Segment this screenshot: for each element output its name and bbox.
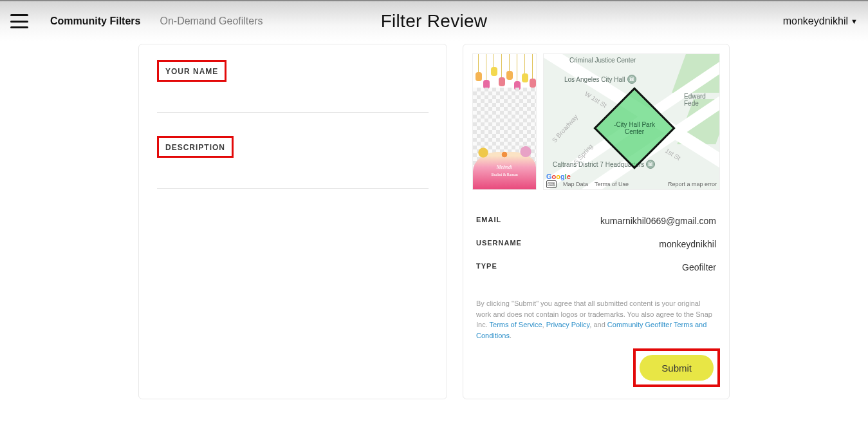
building-icon: 🏛: [646, 160, 655, 169]
description-field-block: DESCRIPTION: [157, 136, 429, 189]
type-label: TYPE: [476, 262, 497, 272]
submit-button[interactable]: Submit: [640, 355, 714, 381]
submit-row: Submit: [472, 341, 720, 390]
tab-community-filters[interactable]: Community Filters: [50, 15, 140, 27]
username-value: monkeydnikhil: [659, 239, 716, 249]
info-rows: EMAIL kumarnikhil0669@gmail.com USERNAME…: [472, 205, 720, 279]
your-name-input[interactable]: [157, 95, 429, 113]
terms-of-service-link[interactable]: Terms of Service: [490, 321, 542, 328]
preview-row: Mehndi Shalini & Raman Criminal Justice …: [472, 53, 720, 190]
chevron-down-icon: ▼: [851, 17, 858, 25]
road-broadway: S Broadway: [551, 113, 579, 144]
user-dropdown[interactable]: monkeydnikhil ▼: [783, 15, 858, 27]
map-report-link[interactable]: Report a map error: [668, 181, 717, 187]
form-card: YOUR NAME DESCRIPTION: [138, 44, 447, 399]
nav-links: Community Filters On-Demand Geofilters: [50, 15, 263, 27]
geofence-label: -City Hall Park Center: [607, 121, 661, 135]
preview-title: Mehndi: [473, 164, 536, 170]
google-logo: Google: [546, 173, 571, 180]
road-1st-e: 1st St: [664, 147, 682, 162]
your-name-label-highlight: YOUR NAME: [157, 60, 226, 82]
map-data-link[interactable]: Map Data: [563, 181, 588, 187]
user-name: monkeydnikhil: [783, 15, 848, 27]
poi-criminal-justice: Criminal Justice Center: [569, 57, 636, 64]
map-preview[interactable]: Criminal Justice Center Los Angeles City…: [543, 53, 720, 190]
page-title: Filter Review: [381, 11, 488, 32]
poi-edward: Edward Fede: [684, 93, 719, 107]
type-value: Geofilter: [682, 262, 716, 272]
poi-la-city-hall: Los Angeles City Hall: [564, 76, 625, 83]
building-icon: 🏛: [627, 75, 636, 84]
filter-preview: Mehndi Shalini & Raman: [472, 53, 537, 190]
header-bar: Community Filters On-Demand Geofilters F…: [0, 0, 868, 41]
disclaimer-text: By clicking "Submit" you agree that all …: [472, 298, 720, 341]
username-label: USERNAME: [476, 239, 522, 249]
review-card: Mehndi Shalini & Raman Criminal Justice …: [463, 44, 730, 399]
preview-subtitle: Shalini & Raman: [473, 173, 536, 176]
privacy-policy-link[interactable]: Privacy Policy: [546, 321, 590, 328]
submit-highlight: Submit: [633, 348, 720, 387]
description-label: DESCRIPTION: [165, 144, 225, 152]
map-credits: ⌨ Map Data Terms of Use Report a map err…: [546, 180, 717, 188]
map-terms-link[interactable]: Terms of Use: [595, 181, 629, 187]
description-input[interactable]: [157, 171, 429, 189]
tab-ondemand-geofilters[interactable]: On-Demand Geofilters: [160, 15, 263, 27]
email-label: EMAIL: [476, 216, 501, 226]
description-label-highlight: DESCRIPTION: [157, 136, 234, 158]
name-field-block: YOUR NAME: [157, 60, 429, 113]
email-value: kumarnikhil0669@gmail.com: [600, 216, 716, 226]
info-email: EMAIL kumarnikhil0669@gmail.com: [476, 209, 716, 232]
your-name-label: YOUR NAME: [165, 68, 218, 76]
info-username: USERNAME monkeydnikhil: [476, 232, 716, 256]
content: YOUR NAME DESCRIPTION: [0, 41, 868, 419]
menu-icon[interactable]: [10, 14, 28, 28]
info-type: TYPE Geofilter: [476, 256, 716, 279]
keyboard-icon: ⌨: [546, 180, 557, 188]
